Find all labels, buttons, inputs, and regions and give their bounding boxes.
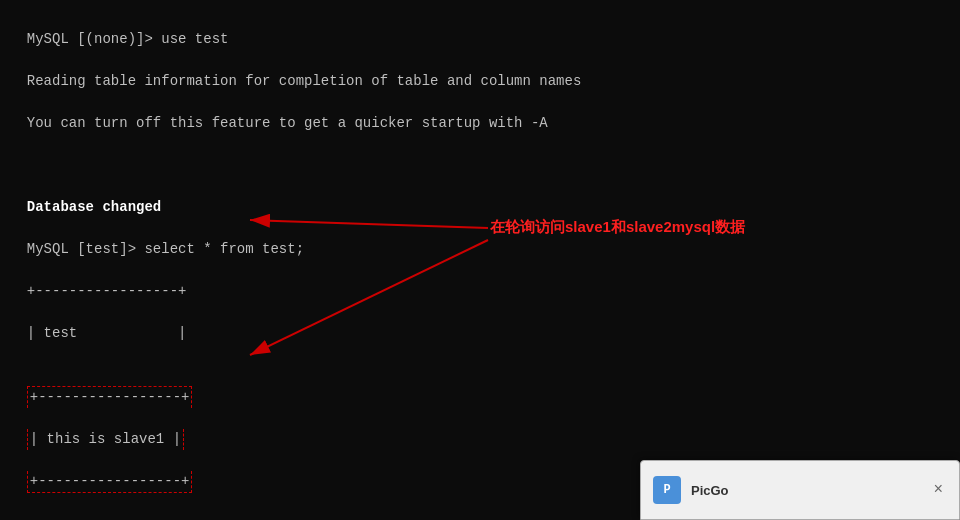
picgo-close-button[interactable]: ×	[929, 477, 947, 503]
line-7: +-----------------+	[27, 283, 187, 299]
picgo-title: PicGo	[691, 483, 929, 498]
line-6: MySQL [test]> select * from test;	[27, 241, 304, 257]
picgo-icon: P	[653, 476, 681, 504]
line-3: You can turn off this feature to get a q…	[27, 115, 548, 131]
annotation-text: 在轮询访问slave1和slave2mysql数据	[490, 218, 745, 237]
slave1-row: | this is slave1 |	[27, 429, 184, 450]
slave1-top-border: +-----------------+	[27, 386, 193, 408]
line-1: MySQL [(none)]> use test	[27, 31, 229, 47]
line-2: Reading table information for completion…	[27, 73, 582, 89]
line-5: Database changed	[27, 199, 161, 215]
slave1-bottom-border: +-----------------+	[27, 471, 193, 493]
picgo-popup: P PicGo ×	[640, 460, 960, 520]
line-8: | test |	[27, 325, 187, 341]
terminal: MySQL [(none)]> use test Reading table i…	[0, 0, 960, 520]
